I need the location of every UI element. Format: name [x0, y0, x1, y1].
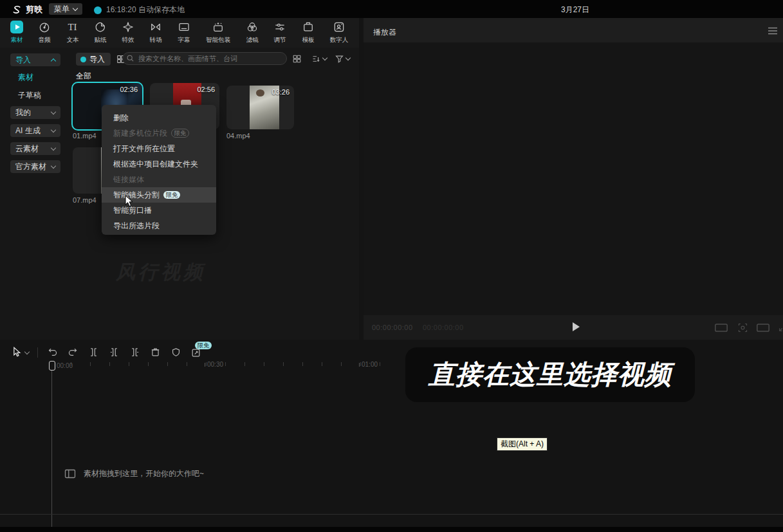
date-label: 3月27日 [561, 5, 589, 15]
digital-human-icon [333, 21, 345, 33]
chevron-down-icon [322, 55, 327, 60]
menu-item-delete[interactable]: 删除 [102, 110, 216, 125]
filter-funnel-icon[interactable] [335, 54, 350, 64]
tab-filter[interactable]: 滤镜 [246, 21, 259, 48]
autosave-status-text: 16:18:20 自动保存本地 [106, 5, 185, 15]
menu-item-label: 链接媒体 [113, 172, 144, 187]
aspect-ratio-icon[interactable] [714, 323, 728, 333]
search-icon [126, 54, 134, 62]
tab-transition-label: 转场 [150, 35, 162, 44]
tab-effects[interactable]: 特效 [122, 21, 134, 48]
search-input[interactable] [122, 52, 287, 65]
grid-view-icon[interactable] [292, 54, 302, 64]
tab-all[interactable]: 全部 [76, 71, 91, 82]
chevron-up-icon [51, 58, 56, 63]
playhead-line [51, 369, 52, 531]
tab-audio[interactable]: 音频 [38, 21, 51, 48]
empty-track-placeholder[interactable]: 素材拖拽到这里，开始你的大作吧~ [64, 468, 204, 479]
captions-icon [178, 21, 190, 33]
sidebar-mine-label: 我的 [15, 107, 31, 118]
mask-icon[interactable] [170, 347, 181, 358]
menu-button-label: 菜单 [54, 4, 69, 15]
sidebar-item-media[interactable]: 素材 [18, 72, 33, 83]
menu-item-multicam: 新建多机位片段 限免 [102, 125, 216, 141]
text-icon: TI [66, 21, 79, 33]
media-play-icon [10, 21, 23, 33]
tab-sticker[interactable]: 贴纸 [94, 21, 107, 48]
capcut-logo-icon [12, 5, 22, 15]
chevron-down-icon [51, 145, 56, 150]
duration-badge: 02:36 [120, 86, 138, 93]
sidebar-item-import[interactable]: 导入 [10, 53, 60, 66]
caption-banner: 直接在这里选择视频 [405, 347, 695, 402]
audio-icon [38, 21, 51, 33]
major-tick [359, 363, 360, 367]
sticker-icon [94, 21, 107, 33]
file-name: 07.mp4 [73, 196, 97, 204]
template-icon [302, 21, 315, 33]
mirror-preview-icon[interactable] [756, 323, 770, 333]
tab-captions[interactable]: 字幕 [178, 21, 190, 48]
tab-audio-label: 音频 [39, 35, 51, 44]
sidebar-item-official[interactable]: 官方素材 [10, 160, 60, 173]
fullscreen-icon[interactable] [778, 322, 783, 333]
tab-adjust-label: 调节 [274, 35, 286, 44]
tab-text[interactable]: TI 文本 [66, 21, 79, 48]
menu-item-export-selected[interactable]: 导出所选片段 [102, 218, 216, 234]
delete-clip-icon[interactable] [150, 347, 161, 358]
adjust-icon [273, 21, 286, 33]
play-button[interactable] [573, 322, 580, 331]
tab-digital-human[interactable]: 数字人 [329, 21, 349, 48]
tab-media[interactable]: 素材 [10, 21, 23, 48]
autosave-status-icon [94, 6, 102, 14]
sidebar-official-label: 官方素材 [15, 161, 46, 172]
delete-right-icon[interactable] [129, 347, 140, 358]
cursor-tool-icon [13, 347, 21, 358]
chevron-down-icon [24, 349, 30, 354]
menu-button[interactable]: 菜单 [49, 3, 82, 15]
sidebar-item-ai-generate[interactable]: AI 生成 [10, 124, 60, 137]
tab-digital-human-label: 数字人 [330, 35, 349, 44]
undo-icon[interactable] [47, 347, 58, 358]
menu-item-smart-shot-split[interactable]: 智能镜头分割 限免 [102, 187, 216, 203]
tab-adjust[interactable]: 调节 [273, 21, 286, 48]
mouse-cursor-icon [125, 195, 134, 208]
sidebar-item-cloud[interactable]: 云素材 [10, 142, 60, 155]
ribbon-toolbar: 素材 音频 TI 文本 贴纸 特效 [0, 18, 359, 48]
split-icon[interactable] [88, 347, 99, 358]
menu-item-create-folder[interactable]: 根据选中项目创建文件夹 [102, 156, 216, 172]
tab-sticker-label: 贴纸 [94, 35, 106, 44]
menu-item-label: 导出所选片段 [113, 218, 160, 234]
current-time: 00:00:00:00 [372, 324, 413, 331]
menu-item-open-location[interactable]: 打开文件所在位置 [102, 141, 216, 156]
limited-free-badge: 限免 [163, 191, 180, 199]
ruler-label: 00:30 [207, 361, 223, 368]
file-name: 01.mp4 [73, 132, 97, 140]
sort-icon[interactable] [311, 54, 327, 64]
ruler-label: 01:00 [362, 361, 378, 368]
sidebar-item-subdraft[interactable]: 子草稿 [18, 90, 41, 101]
media-thumbnail-04[interactable]: 03:26 [226, 86, 294, 129]
import-button[interactable]: 导入 [76, 53, 111, 66]
hamburger-menu-icon[interactable] [768, 27, 778, 35]
sidebar-item-mine[interactable]: 我的 [10, 106, 60, 119]
menu-item-smart-cut[interactable]: 智能剪口播 [102, 203, 216, 218]
sidebar-import-label: 导入 [15, 55, 31, 66]
import-button-label: 导入 [89, 54, 105, 65]
delete-left-icon[interactable] [109, 347, 120, 358]
context-menu: 删除 新建多机位片段 限免 打开文件所在位置 根据选中项目创建文件夹 链接媒体 … [102, 105, 216, 235]
preview-quality-icon[interactable] [737, 322, 748, 333]
timeline-bottom-divider [0, 514, 783, 515]
timeline-ruler-ticks[interactable] [51, 362, 399, 366]
chevron-down-icon [73, 5, 78, 10]
playhead-handle[interactable] [49, 361, 55, 371]
redo-icon[interactable] [68, 347, 78, 358]
ruler-label: 00:00 [57, 362, 73, 369]
tab-effects-label: 特效 [122, 35, 134, 44]
chevron-down-icon [51, 163, 56, 168]
tab-transition[interactable]: 转场 [149, 21, 162, 48]
duration-badge: 02:56 [197, 86, 215, 93]
tab-smart-package[interactable]: 智能包装 [205, 21, 231, 48]
select-tool[interactable] [13, 347, 29, 358]
tab-template[interactable]: 模板 [302, 21, 315, 48]
